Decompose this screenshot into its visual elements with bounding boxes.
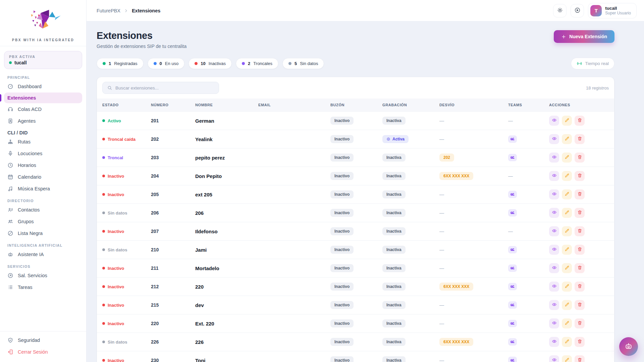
section-label: DIRECTORIO (7, 199, 79, 203)
edit-button[interactable] (562, 116, 572, 126)
sidebar-item-locuciones[interactable]: Locuciones (4, 148, 82, 159)
view-button[interactable] (549, 355, 559, 362)
status-dot (102, 119, 105, 122)
delete-button[interactable] (575, 337, 585, 347)
view-button[interactable] (549, 263, 559, 273)
stat-chip-en-uso[interactable]: 0En uso (148, 58, 185, 69)
stat-chip-troncales[interactable]: 2Troncales (236, 58, 278, 69)
view-button[interactable] (549, 208, 559, 218)
view-button[interactable] (549, 245, 559, 255)
tour-play-button[interactable] (571, 4, 584, 17)
new-extension-button[interactable]: Nueva Extensión (554, 30, 614, 43)
extension-name: Toni (195, 358, 258, 362)
eye-icon (552, 247, 557, 253)
sidebar-item-asistente-ia[interactable]: Asistente IA (4, 249, 82, 260)
ai-chat-fab[interactable] (619, 337, 638, 356)
extension-number: 202 (151, 136, 195, 142)
status-cell: Inactivo (102, 266, 151, 271)
sidebar-item-colas-acd[interactable]: Colas ACD (4, 104, 82, 115)
view-button[interactable] (549, 300, 559, 310)
view-button[interactable] (549, 153, 559, 163)
delete-button[interactable] (575, 245, 585, 255)
sidebar-item-label: Contactos (18, 207, 40, 213)
view-button[interactable] (549, 134, 559, 144)
main-area: FuturePBX Extensiones T tucall Super (87, 0, 644, 362)
edit-button[interactable] (562, 263, 572, 273)
sidebar-item-dashboard[interactable]: Dashboard (4, 81, 82, 92)
theme-toggle-button[interactable] (553, 4, 567, 17)
recording-badge: Activa (382, 135, 409, 143)
sidebar-item-sal-servicios[interactable]: Sal. Servicios (4, 270, 82, 281)
sidebar-item-musica-espera[interactable]: Música Espera (4, 183, 82, 194)
edit-button[interactable] (562, 337, 572, 347)
delete-button[interactable] (575, 116, 585, 126)
realtime-toggle[interactable]: Tiempo real (571, 58, 614, 69)
edit-button[interactable] (562, 171, 572, 181)
delete-button[interactable] (575, 171, 585, 181)
delete-button[interactable] (575, 153, 585, 163)
sidebar-item-agentes[interactable]: Agentes (4, 115, 82, 127)
view-button[interactable] (549, 189, 559, 199)
recording-cell: Inactiva (382, 154, 439, 162)
view-button[interactable] (549, 318, 559, 328)
sidebar-item-extensiones[interactable]: Extensiones (4, 93, 82, 103)
calendar-icon (7, 174, 13, 180)
active-pbx-card[interactable]: PBX ACTIVA tucall (4, 51, 82, 69)
delete-button[interactable] (575, 355, 585, 362)
sun-icon (557, 7, 563, 14)
stat-chip-inactivas[interactable]: 10Inactivas (189, 58, 232, 69)
sidebar-item-horarios[interactable]: Horarios (4, 160, 82, 171)
breadcrumb-root[interactable]: FuturePBX (97, 8, 120, 13)
page-title: Extensiones (97, 30, 186, 41)
mailbox-cell: Inactivo (330, 301, 382, 309)
edit-button[interactable] (562, 226, 572, 236)
sidebar-item-tareas[interactable]: Tareas (4, 282, 82, 293)
stat-label: Inactivas (209, 61, 226, 66)
sidebar-item-lista-negra[interactable]: Lista Negra (4, 228, 82, 239)
edit-button[interactable] (562, 355, 572, 362)
edit-button[interactable] (562, 282, 572, 292)
sidebar-item-grupos[interactable]: Grupos (4, 216, 82, 227)
sidebar-item-rutas[interactable]: Rutas (4, 136, 82, 147)
view-button[interactable] (549, 226, 559, 236)
search-input[interactable] (115, 85, 214, 90)
forward-cell: 6XX XXX XXX (439, 283, 508, 291)
edit-button[interactable] (562, 134, 572, 144)
sidebar-item-label: Música Espera (18, 186, 50, 191)
table-row: Troncal203pepito perezInactivoInactiva20… (97, 148, 614, 167)
sidebar-item-contactos[interactable]: Contactos (4, 204, 82, 216)
delete-button[interactable] (575, 282, 585, 292)
edit-button[interactable] (562, 318, 572, 328)
status-cell: Troncal caída (102, 137, 151, 142)
mailbox-cell: Inactivo (330, 246, 382, 254)
view-button[interactable] (549, 116, 559, 126)
view-button[interactable] (549, 337, 559, 347)
delete-button[interactable] (575, 134, 585, 144)
view-button[interactable] (549, 282, 559, 292)
edit-button[interactable] (562, 208, 572, 218)
mailbox-badge: Inactivo (330, 190, 354, 198)
actions-cell (549, 282, 609, 292)
stat-chip-registradas[interactable]: 1Registradas (97, 58, 144, 69)
edit-button[interactable] (562, 189, 572, 199)
mailbox-cell: Inactivo (330, 117, 382, 125)
status-text: Sin datos (108, 247, 127, 252)
delete-button[interactable] (575, 300, 585, 310)
edit-button[interactable] (562, 245, 572, 255)
edit-button[interactable] (562, 300, 572, 310)
view-button[interactable] (549, 171, 559, 181)
delete-button[interactable] (575, 189, 585, 199)
delete-button[interactable] (575, 208, 585, 218)
sidebar-item-cerrar-sesion[interactable]: Cerrar Sesión (4, 346, 82, 358)
sidebar-item-seguridad[interactable]: Seguridad (4, 335, 82, 346)
sidebar-item-calendario[interactable]: Calendario (4, 171, 82, 183)
stat-chip-sin-datos[interactable]: 5Sin datos (282, 58, 324, 69)
play-circle-icon (574, 7, 581, 14)
delete-button[interactable] (575, 263, 585, 273)
delete-button[interactable] (575, 226, 585, 236)
actions-cell (549, 208, 609, 218)
user-menu[interactable]: T tucall Super Usuario (588, 3, 637, 18)
delete-button[interactable] (575, 318, 585, 328)
edit-button[interactable] (562, 153, 572, 163)
eye-icon (552, 118, 557, 124)
